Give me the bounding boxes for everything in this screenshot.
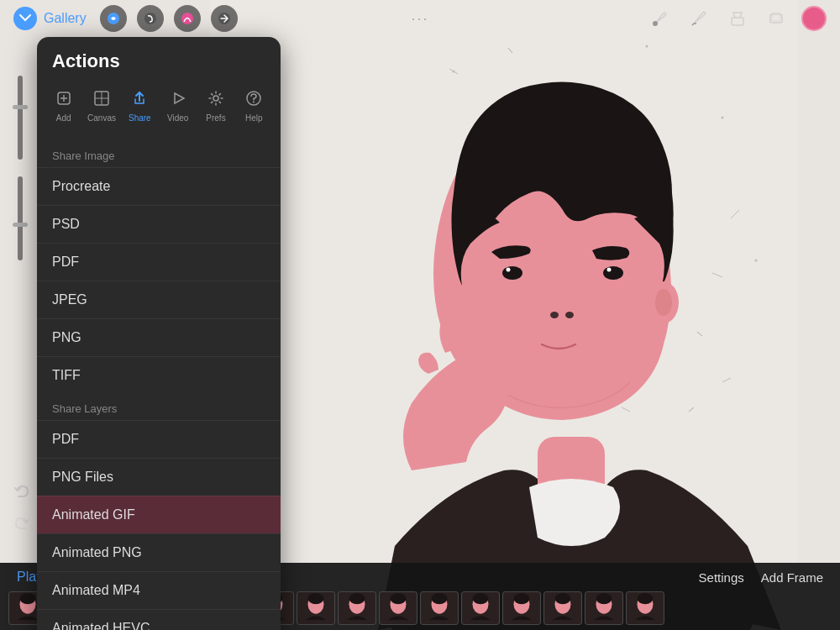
actions-panel: Actions Add Canvas [37,37,281,630]
svg-point-70 [349,593,365,604]
svg-point-73 [391,593,407,604]
help-icon [244,89,263,110]
add-icon [55,89,73,110]
frame-thumb[interactable] [543,591,582,625]
tab-prefs[interactable]: Prefs [197,82,234,129]
layers-tool-btn[interactable] [763,5,790,32]
svg-point-18 [607,268,612,272]
menu-animated-png[interactable]: Animated PNG [37,533,281,571]
frame-thumb[interactable] [461,591,500,625]
share-icon [130,89,149,110]
actions-title: Actions [37,37,281,82]
share-image-header: Share Image [37,141,281,167]
svg-point-30 [653,21,658,26]
arrow-icon-btn[interactable] [211,5,238,32]
video-icon [169,89,187,110]
svg-point-43 [253,102,255,103]
menu-png-image[interactable]: PNG [37,318,281,356]
svg-point-82 [514,593,530,604]
color-swatch[interactable] [801,6,827,31]
undo-redo-controls [8,479,35,538]
canvas-icon [92,89,111,110]
left-toolbar [7,76,34,260]
svg-point-20 [565,312,574,318]
tab-help[interactable]: Help [236,82,272,129]
frame-thumb[interactable] [585,591,623,625]
share-layers-header: Share Layers [37,394,281,420]
frame-thumb[interactable] [338,591,376,625]
frame-thumb[interactable] [297,591,335,625]
svg-point-76 [432,593,448,604]
menu-animated-mp4[interactable]: Animated MP4 [37,571,281,609]
svg-point-41 [213,96,218,101]
tab-add[interactable]: Add [45,82,81,129]
frame-thumb[interactable] [420,591,459,625]
script-icon-btn[interactable] [137,5,164,32]
menu-pdf-image[interactable]: PDF [37,243,281,281]
smudge-tool-btn[interactable] [685,5,712,32]
svg-point-27 [144,13,156,24]
gallery-icon [13,7,37,30]
tab-share[interactable]: Share [122,82,158,129]
timeline-right-buttons: Settings Add Frame [699,570,823,585]
svg-point-5 [755,260,758,262]
svg-point-88 [596,593,612,604]
gallery-label: Gallery [44,11,87,26]
tab-share-label: Share [129,113,151,123]
menu-jpeg[interactable]: JPEG [37,281,281,318]
svg-point-79 [473,593,489,604]
svg-point-3 [722,117,724,119]
svg-point-91 [638,593,654,604]
svg-rect-31 [732,18,743,25]
menu-animated-hevc[interactable]: Animated HEVC [37,609,281,630]
settings-button[interactable]: Settings [699,570,744,585]
svg-point-46 [20,593,36,604]
actions-toolbar: Add Canvas Share [37,82,281,141]
top-right-tools [633,0,840,37]
nav-icons [100,5,238,32]
svg-marker-40 [175,93,184,103]
menu-procreate[interactable]: Procreate [37,167,281,205]
menu-png-files[interactable]: PNG Files [37,458,281,496]
svg-point-19 [550,312,559,318]
svg-point-22 [655,289,672,316]
brush-size-slider[interactable] [18,76,23,160]
svg-point-85 [555,593,571,604]
frame-thumb[interactable] [379,591,417,625]
add-frame-button[interactable]: Add Frame [761,570,823,585]
tab-add-label: Add [56,113,71,123]
frame-thumb[interactable] [626,591,664,625]
svg-point-2 [646,45,648,48]
tab-video[interactable]: Video [160,82,196,129]
tab-prefs-label: Prefs [206,113,225,123]
opacity-slider[interactable] [18,176,23,260]
stylize-icon-btn[interactable] [174,5,201,32]
svg-point-17 [507,268,511,272]
svg-point-67 [308,593,324,604]
top-nav: Gallery [0,0,840,37]
menu-tiff[interactable]: TIFF [37,356,281,394]
svg-point-15 [502,266,522,280]
procreate-icon-btn[interactable] [100,5,127,32]
top-center-dots[interactable]: ··· [411,0,428,37]
prefs-icon [207,89,225,110]
redo-button[interactable] [8,511,35,538]
menu-pdf-layers[interactable]: PDF [37,420,281,458]
tab-help-label: Help [245,113,263,123]
menu-animated-gif[interactable]: Animated GIF [37,496,281,533]
undo-button[interactable] [8,479,35,506]
gallery-button[interactable]: Gallery [13,7,87,30]
frame-thumb[interactable] [502,591,541,625]
tab-canvas-label: Canvas [87,113,116,123]
brush-tool-btn[interactable] [647,5,674,32]
menu-psd[interactable]: PSD [37,205,281,243]
erase-tool-btn[interactable] [724,5,751,32]
tab-canvas[interactable]: Canvas [83,82,119,129]
svg-point-16 [603,266,623,280]
tab-video-label: Video [167,113,188,123]
